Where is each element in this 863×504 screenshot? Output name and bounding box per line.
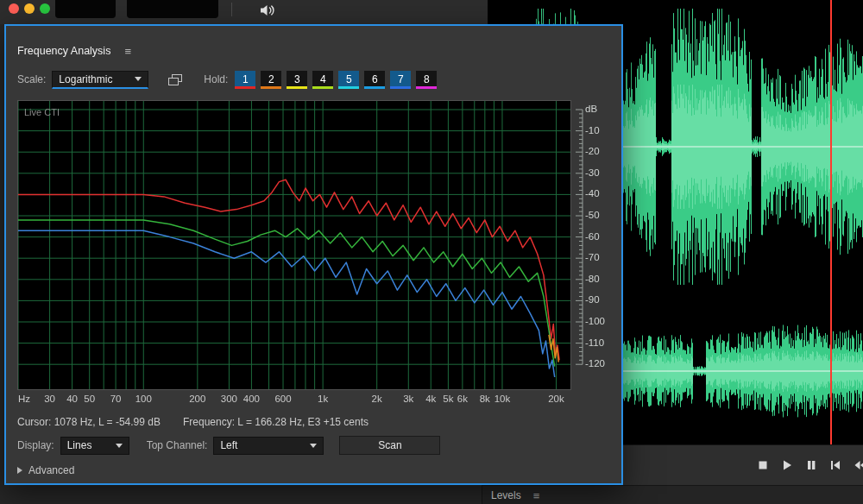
frequency-plot[interactable]: Live CTI	[17, 100, 571, 390]
db-tick-label: -80	[585, 274, 600, 284]
play-button[interactable]	[781, 459, 793, 471]
hold-color-bar	[287, 86, 307, 89]
hold-button-3[interactable]: 3	[287, 71, 307, 89]
controls-row: Scale: Logarithmic Hold: 12345678	[6, 69, 621, 90]
hz-tick-label: Hz	[18, 394, 30, 404]
display-dropdown[interactable]: Lines	[60, 437, 129, 455]
frequency-analysis-window: Frequency Analysis ≡ Scale: Logarithmic …	[4, 24, 623, 485]
hz-tick-label: 1k	[318, 394, 328, 404]
chevron-down-icon	[310, 444, 317, 448]
hz-tick-label: 2k	[372, 394, 382, 404]
scale-dropdown[interactable]: Logarithmic	[52, 71, 148, 89]
panel-menu-icon[interactable]: ≡	[124, 46, 131, 57]
db-tick-label: -30	[585, 167, 600, 178]
window-controls	[9, 3, 50, 14]
db-tick-label: -100	[585, 316, 605, 326]
advanced-label: Advanced	[28, 464, 74, 476]
db-tick-label: -90	[585, 294, 600, 305]
chevron-down-icon	[116, 444, 123, 448]
db-ruler	[573, 101, 583, 389]
hold-button-label: 4	[320, 73, 326, 85]
hold-button-4[interactable]: 4	[312, 71, 333, 89]
hz-tick-label: 3k	[403, 394, 413, 404]
copy-graph-icon[interactable]	[167, 73, 183, 86]
hold-button-1[interactable]: 1	[235, 71, 255, 89]
hz-tick-label: 300	[221, 394, 237, 404]
scan-button[interactable]: Scan	[339, 436, 440, 455]
hold-color-bar	[235, 86, 255, 89]
scale-label: Scale:	[17, 73, 46, 85]
hold-color-bar	[338, 86, 359, 89]
close-button[interactable]	[9, 3, 19, 14]
panel-header: Frequency Analysis ≡	[6, 26, 621, 62]
scale-value: Logarithmic	[59, 73, 112, 85]
hold-color-bar	[416, 86, 437, 89]
hz-tick-label: 200	[189, 394, 205, 404]
hz-tick-label: 20k	[548, 394, 564, 404]
hold-button-5[interactable]: 5	[338, 71, 359, 89]
hz-tick-label: 70	[110, 394, 122, 404]
cursor-readout: Cursor: 1078 Hz, L = -54.99 dB	[17, 416, 161, 428]
db-tick-label: -10	[585, 125, 600, 135]
frequency-graph: Live CTI dB-10-20-30-40-50-60-70-80-90-1…	[17, 100, 618, 407]
db-tick-label: -50	[585, 210, 600, 220]
live-cti-label: Live CTI	[24, 107, 60, 117]
hold-button-label: 3	[294, 73, 300, 85]
toolbar-separator	[231, 3, 232, 16]
db-tick-label: dB	[585, 104, 597, 114]
hold-button-8[interactable]: 8	[416, 71, 437, 89]
db-tick-label: -20	[585, 146, 600, 156]
db-tick-label: -110	[585, 337, 604, 348]
hold-button-7[interactable]: 7	[390, 71, 411, 89]
minimize-button[interactable]	[24, 3, 35, 14]
hz-labels: Hz304050701002003004006001k2k3k4k5k6k8k1…	[18, 394, 588, 407]
hold-button-6[interactable]: 6	[364, 71, 385, 89]
db-tick-label: -40	[585, 188, 600, 198]
display-label: Display:	[17, 439, 54, 451]
hz-tick-label: 400	[243, 394, 260, 404]
stop-button[interactable]	[757, 459, 769, 471]
zoom-button[interactable]	[40, 3, 50, 14]
hold-color-bar	[261, 86, 281, 89]
hold-button-label: 8	[424, 73, 430, 85]
hz-tick-label: 30	[44, 394, 55, 404]
hold-button-label: 6	[372, 73, 378, 85]
levels-title: Levels	[491, 489, 521, 501]
rewind-button[interactable]	[854, 459, 863, 471]
top-channel-dropdown[interactable]: Left	[213, 437, 324, 455]
pause-button[interactable]	[805, 459, 817, 471]
toolbar-panel-block	[127, 0, 218, 18]
panel-title: Frequency Analysis	[17, 45, 110, 57]
transport-buttons	[757, 459, 863, 471]
hz-tick-label: 40	[66, 394, 78, 404]
curve-red	[18, 180, 559, 360]
hold-button-2[interactable]: 2	[261, 71, 281, 89]
hz-tick-label: 4k	[425, 394, 436, 404]
hz-tick-label: 50	[84, 394, 95, 404]
hold-buttons: 12345678	[235, 71, 437, 89]
top-channel-label: Top Channel:	[147, 439, 208, 451]
hold-button-label: 7	[398, 73, 404, 85]
levels-panel-header: Levels ≡	[482, 485, 863, 504]
hold-button-label: 5	[346, 73, 352, 85]
hz-tick-label: 600	[274, 394, 291, 404]
plot-curves	[18, 180, 559, 377]
hz-tick-label: 8k	[480, 394, 490, 404]
hold-button-label: 1	[243, 73, 249, 85]
top-channel-value: Left	[220, 439, 237, 451]
plot-grid	[18, 101, 570, 389]
frequency-readout: Frequency: L = 166.28 Hz, E3 +15 cents	[183, 416, 369, 428]
main-toolbar	[0, 0, 488, 24]
db-labels: dB-10-20-30-40-50-60-70-80-90-100-110-12…	[585, 101, 620, 389]
hz-tick-label: 10k	[494, 394, 511, 404]
go-to-start-button[interactable]	[829, 459, 841, 471]
hold-label: Hold:	[204, 73, 228, 85]
playhead[interactable]	[830, 0, 832, 444]
db-tick-label: -60	[585, 231, 600, 242]
panel-menu-icon[interactable]: ≡	[533, 489, 540, 502]
readout-row: Cursor: 1078 Hz, L = -54.99 dB Frequency…	[6, 416, 621, 428]
display-row: Display: Lines Top Channel: Left Scan	[6, 436, 621, 455]
hold-color-bar	[312, 86, 333, 89]
advanced-toggle[interactable]: Advanced	[6, 464, 621, 476]
speaker-icon[interactable]	[259, 3, 276, 18]
